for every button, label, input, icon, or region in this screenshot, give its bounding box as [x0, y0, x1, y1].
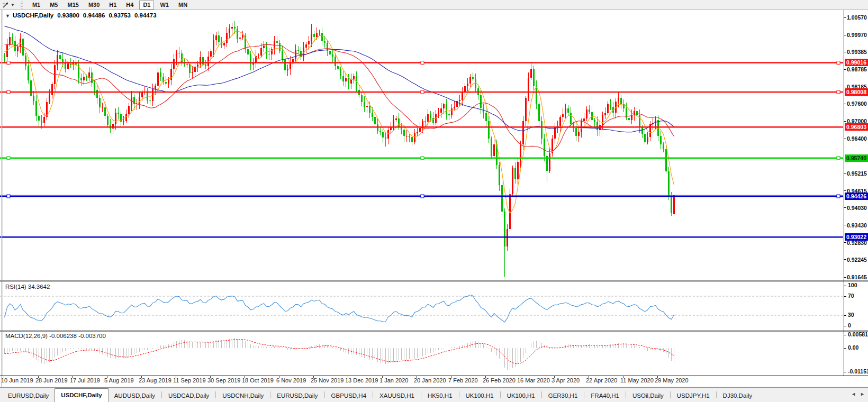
tab-divider	[161, 391, 162, 398]
chart-tab-dj30-daily[interactable]: DJ30,Daily	[718, 390, 758, 402]
chart-tab-uk100-h1[interactable]: UK100,H1	[502, 390, 540, 402]
tab-divider	[584, 391, 584, 398]
tab-scroll-right-button[interactable]: ►	[860, 391, 865, 397]
tab-divider	[716, 391, 717, 398]
timeframe-button-m30[interactable]: M30	[85, 1, 103, 10]
tab-divider	[215, 391, 216, 398]
tab-scroll-controls: ◄ ►	[851, 391, 865, 397]
timeframe-toolbar: ▼ M1M5M15M30H1H4D1W1MN	[0, 0, 868, 10]
toolbar-grip	[21, 2, 23, 8]
timeframe-button-m15[interactable]: M15	[64, 1, 82, 10]
chart-tab-usoil-daily[interactable]: USOil,Daily	[627, 390, 669, 402]
crosshair-cursor-icon	[2, 2, 10, 8]
terminal-window: ▼ M1M5M15M30H1H4D1W1MN ▼USDCHF,Daily0.93…	[0, 0, 868, 402]
tab-divider	[421, 391, 421, 398]
tab-divider	[324, 391, 325, 398]
chart-tab-eurusd-daily[interactable]: EURUSD,Daily	[3, 390, 54, 402]
timeframe-button-m1[interactable]: M1	[29, 1, 44, 10]
chart-tab-xauusd-h1[interactable]: XAUUSD,H1	[374, 390, 420, 402]
chart-tab-bar: EURUSD,DailyUSDCHF,DailyAUDUSD,DailyUSDC…	[0, 387, 868, 402]
tab-divider	[541, 391, 542, 398]
tab-scroll-left-button[interactable]: ◄	[851, 391, 856, 397]
chart-tab-usdchf-daily[interactable]: USDCHF,Daily	[54, 388, 108, 402]
tab-divider	[626, 391, 626, 398]
chart-tab-ger30-h1[interactable]: GER30,H1	[543, 390, 583, 402]
timeframe-buttons: M1M5M15M30H1H4D1W1MN	[28, 1, 192, 10]
timeframe-button-w1[interactable]: W1	[156, 1, 173, 10]
chart-tab-usdjpy-h1[interactable]: USDJPY,H1	[672, 390, 715, 402]
tab-divider	[373, 391, 373, 398]
chart-tab-audusd-daily[interactable]: AUDUSD,Daily	[109, 390, 160, 402]
timeframe-button-mn[interactable]: MN	[175, 1, 191, 10]
timeframe-button-m5[interactable]: M5	[46, 1, 61, 10]
chart-tab-fra40-h1[interactable]: FRA40,H1	[585, 390, 625, 402]
chart-tab-hk50-h1[interactable]: HK50,H1	[422, 390, 458, 402]
tab-divider	[270, 391, 270, 398]
tab-divider	[670, 391, 671, 398]
cursor-tool-button[interactable]: ▼	[0, 1, 17, 10]
tab-divider	[459, 391, 459, 398]
chart-tab-eurusd-daily[interactable]: EURUSD,Daily	[272, 390, 323, 402]
chart-tab-uk100-h1[interactable]: UK100,H1	[460, 390, 499, 402]
chart-tab-gbpusd-h4[interactable]: GBPUSD,H4	[326, 390, 372, 402]
price-chart-canvas[interactable]	[0, 0, 868, 387]
cursor-tool-dropdown-icon[interactable]: ▼	[11, 3, 15, 7]
timeframe-button-d1[interactable]: D1	[139, 1, 154, 10]
timeframe-button-h1[interactable]: H1	[105, 1, 120, 10]
chart-tab-usdcad-daily[interactable]: USDCAD,Daily	[163, 390, 214, 402]
tab-divider	[500, 391, 501, 398]
timeframe-button-h4[interactable]: H4	[122, 1, 137, 10]
chart-tab-usdcnh-daily[interactable]: USDCNH,Daily	[217, 390, 269, 402]
